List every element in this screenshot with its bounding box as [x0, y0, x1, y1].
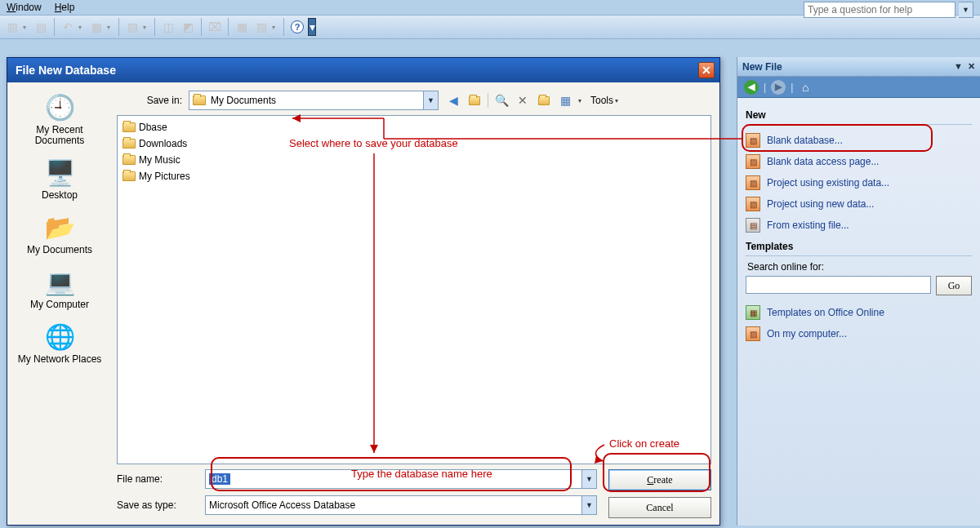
folder-icon — [122, 155, 136, 165]
place-recent[interactable]: 🕘 My Recent Documents — [14, 87, 105, 148]
save-as-type-dropdown[interactable]: Microsoft Office Access Database ▼ — [205, 495, 597, 515]
place-my-documents[interactable]: 📂 My Documents — [14, 207, 105, 257]
main-toolbar: ▥▾ ▤ ↶▾ ▦▾ ▧▾ ◫ ◩ ⌧ ▩ ▨▾ ? ▾ — [0, 15, 980, 39]
toolbar-icon[interactable]: ▧ — [123, 18, 141, 36]
link-project-new[interactable]: ▨Project using new data... — [746, 193, 972, 215]
menu-help[interactable]: Help — [55, 2, 75, 13]
back-icon[interactable]: ◀ — [744, 80, 759, 95]
close-icon[interactable]: ✕ — [698, 62, 715, 78]
views-icon[interactable]: ▦ — [557, 92, 573, 109]
office-online-icon: ▦ — [746, 305, 760, 320]
toolbar-icon[interactable]: ▦ — [87, 18, 105, 36]
link-blank-dap[interactable]: ▨Blank data access page... — [746, 151, 972, 172]
toolbar-icon[interactable]: ▨ — [252, 18, 270, 36]
help-input[interactable] — [804, 2, 956, 18]
file-name-label: File name: — [117, 473, 198, 485]
db-icon: ▨ — [746, 133, 760, 148]
new-file-taskpane: New File ▼ ✕ ◀ | ▶ | ⌂ New ▨Blank databa… — [737, 57, 980, 526]
save-in-label: Save in: — [117, 95, 182, 106]
folder-icon — [122, 171, 136, 181]
back-icon[interactable]: ◀ — [445, 92, 461, 109]
forward-icon[interactable]: ▶ — [771, 80, 786, 95]
save-in-value: My Documents — [211, 95, 276, 106]
taskpane-nav: ◀ | ▶ | ⌂ — [737, 77, 980, 98]
place-desktop[interactable]: 🖥️ Desktop — [14, 153, 105, 202]
search-icon[interactable]: 🔍 — [493, 92, 510, 109]
delete-icon[interactable]: ✕ — [514, 92, 531, 109]
file-list[interactable]: Dbase Downloads My Music My Pictures — [117, 115, 711, 464]
save-as-type-value: Microsoft Office Access Database — [209, 499, 355, 511]
folder-item[interactable]: My Pictures — [122, 168, 706, 184]
link-on-computer[interactable]: ▨On my computer... — [746, 323, 972, 344]
toolbar-icon[interactable]: ▥ — [3, 18, 21, 36]
folder-icon — [122, 122, 136, 132]
chevron-down-icon[interactable]: ▼ — [423, 91, 438, 109]
place-my-computer[interactable]: 💻 My Computer — [14, 262, 105, 312]
tools-menu[interactable]: Tools▾ — [590, 95, 622, 106]
section-templates: Templates — [746, 241, 972, 252]
taskpane-title: New File ▼ ✕ — [737, 57, 980, 77]
db-icon: ▨ — [746, 175, 760, 190]
network-icon: 🌐 — [42, 320, 78, 353]
section-new: New — [746, 109, 972, 121]
page-icon: ▨ — [746, 154, 760, 169]
help-icon[interactable]: ? — [288, 18, 306, 36]
chevron-down-icon[interactable]: ▼ — [581, 496, 596, 514]
up-icon[interactable] — [466, 92, 483, 109]
computer-icon: 💻 — [42, 265, 78, 298]
taskpane-close-icon[interactable]: ✕ — [968, 61, 975, 72]
places-bar: 🕘 My Recent Documents 🖥️ Desktop 📂 My Do… — [7, 82, 112, 525]
file-name-value: db1 — [209, 473, 230, 485]
taskpane-menu-icon[interactable]: ▼ — [954, 61, 963, 72]
new-folder-icon[interactable] — [536, 92, 552, 109]
toolbar-icon[interactable]: ⌧ — [206, 18, 224, 36]
file-icon: ▤ — [746, 218, 760, 233]
template-search-input[interactable] — [746, 276, 931, 294]
toolbar-icon[interactable]: ◫ — [159, 18, 177, 36]
folder-item[interactable]: My Music — [122, 152, 706, 168]
computer-icon: ▨ — [746, 326, 760, 341]
home-icon[interactable]: ⌂ — [798, 80, 813, 95]
save-as-type-label: Save as type: — [117, 499, 198, 511]
toolbar-icon[interactable]: ▤ — [32, 18, 50, 36]
link-project-existing[interactable]: ▨Project using existing data... — [746, 172, 972, 193]
desktop-icon: 🖥️ — [42, 156, 78, 189]
undo-icon[interactable]: ↶ — [59, 18, 77, 36]
link-from-existing[interactable]: ▤From existing file... — [746, 215, 972, 236]
save-in-dropdown[interactable]: My Documents ▼ — [189, 91, 439, 110]
recent-icon: 🕘 — [42, 91, 78, 123]
dialog-title: File New Database — [16, 64, 116, 77]
folder-item[interactable]: Dbase — [122, 119, 706, 135]
folder-icon — [122, 139, 136, 149]
help-dropdown[interactable]: ▼ — [959, 2, 973, 18]
dialog-titlebar: File New Database ✕ — [7, 58, 719, 82]
help-question-box: ▼ — [804, 2, 973, 18]
link-office-online[interactable]: ▦Templates on Office Online — [746, 302, 972, 323]
place-network[interactable]: 🌐 My Network Places — [14, 317, 105, 366]
toolbar-icon[interactable]: ◩ — [179, 18, 197, 36]
create-button[interactable]: Create — [608, 469, 711, 490]
menu-window[interactable]: WWindowindow — [7, 2, 42, 13]
search-label: Search online for: — [747, 261, 972, 273]
file-new-database-dialog: File New Database ✕ 🕘 My Recent Document… — [7, 57, 720, 526]
toolbar-icon[interactable]: ▩ — [233, 18, 251, 36]
chevron-down-icon[interactable]: ▼ — [581, 470, 596, 488]
folder-item[interactable]: Downloads — [122, 135, 706, 152]
cancel-button[interactable]: Cancel — [608, 497, 711, 518]
documents-icon: 📂 — [42, 211, 78, 243]
toolbar-overflow[interactable]: ▾ — [308, 18, 316, 36]
link-blank-database[interactable]: ▨Blank database... — [746, 130, 972, 151]
go-button[interactable]: Go — [936, 276, 972, 295]
db-icon: ▨ — [746, 197, 760, 211]
folder-icon — [193, 95, 206, 105]
file-name-input[interactable]: db1 ▼ — [205, 469, 597, 489]
